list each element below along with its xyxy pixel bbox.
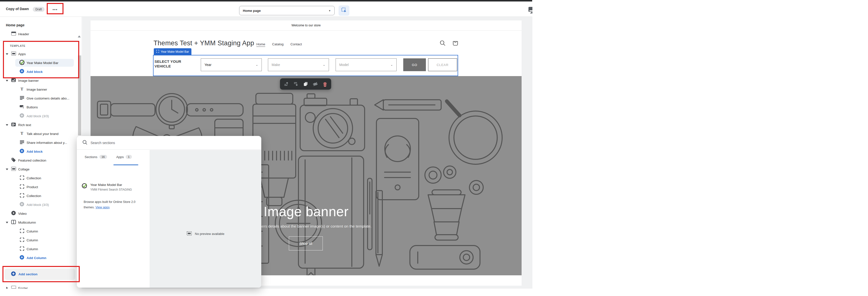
sidebar-section-multicolumn[interactable]: Multicolumn xyxy=(0,218,78,227)
sidebar-item-footer[interactable]: Footer xyxy=(0,284,78,289)
tab-count-badge: 1 xyxy=(126,155,132,159)
make-select[interactable]: Make⌄ xyxy=(268,58,329,71)
expand-chevron[interactable] xyxy=(5,123,9,127)
search-icon[interactable] xyxy=(439,40,446,47)
duplicate-button[interactable] xyxy=(302,80,309,88)
tree-item-label: Header xyxy=(18,32,29,36)
cart-bag-icon[interactable] xyxy=(452,40,459,47)
sidebar-item-header[interactable]: Header xyxy=(0,30,78,38)
vehicle-selector-label: SELECT YOUR VEHICLE xyxy=(155,59,185,68)
hide-eye-off-button[interactable] xyxy=(312,80,319,88)
expand-chevron[interactable] xyxy=(5,52,9,56)
sections-tree: HeaderTEMPLATEAppsYear Make Model BarAdd… xyxy=(0,30,78,262)
sidebar-item-column[interactable]: Column xyxy=(0,236,78,244)
sidebar-item-add-block-3-3: Add block (3/3) xyxy=(0,200,78,209)
no-preview-message: No preview available xyxy=(150,231,261,236)
view-apps-link[interactable]: View apps xyxy=(95,206,110,209)
sidebar-item-buttons[interactable]: Buttons xyxy=(0,103,78,112)
app-list-item[interactable]: Year Make Model Bar YMM Fitment Search S… xyxy=(80,181,147,193)
richtext-icon xyxy=(11,122,16,128)
expand-chevron[interactable] xyxy=(5,167,9,171)
tree-item-label: Apps xyxy=(18,52,26,56)
nav-link-catalog[interactable]: Catalog xyxy=(272,42,284,46)
plus-circle-icon xyxy=(20,69,24,75)
sidebar-item-talk-about-your-brand[interactable]: TTalk about your brand xyxy=(0,129,78,138)
browse-apps-text: Browse apps built for Online Store 2.0 t… xyxy=(84,199,139,210)
add-section-popup: Sections16Apps1 Year Make Model Bar YMM … xyxy=(77,136,261,288)
add-section-button[interactable]: Add section xyxy=(4,268,75,280)
sidebar-item-image-banner[interactable]: TImage banner xyxy=(0,85,78,94)
sidebar-item-share-information-about-y[interactable]: Share information about y... xyxy=(0,138,78,147)
tree-item-label: Collage xyxy=(18,168,30,171)
sidebar-item-add-block[interactable]: Add block xyxy=(0,67,78,76)
text-icon: T xyxy=(20,131,24,137)
video-icon xyxy=(11,211,16,216)
announcement-bar[interactable]: Welcome to our store xyxy=(91,21,522,31)
chevron-down-icon xyxy=(6,52,8,56)
plus-circle-icon xyxy=(11,273,16,277)
tab-label: Sections xyxy=(85,155,97,159)
popup-tab-apps[interactable]: Apps1 xyxy=(114,155,138,165)
status-badge: Draft xyxy=(33,7,44,12)
go-button[interactable]: GO xyxy=(403,58,426,71)
search-sections-input[interactable] xyxy=(91,141,189,145)
sidebar-section-collage[interactable]: Collage xyxy=(0,165,78,174)
sidebar-section-featured-collection[interactable]: Featured collection xyxy=(0,156,78,165)
image-icon xyxy=(11,78,16,84)
model-select[interactable]: Model⌄ xyxy=(336,58,397,71)
ymm-app-section[interactable]: SELECT YOUR VEHICLE Year⌄ Make⌄ Model⌄ G… xyxy=(153,55,458,76)
chevron-right-icon xyxy=(6,286,8,289)
sidebar-item-collection[interactable]: Collection xyxy=(0,174,78,182)
more-actions-button[interactable]: ••• xyxy=(50,6,60,13)
nav-link-contact[interactable]: Contact xyxy=(290,42,302,46)
chevron-down-icon: ⌄ xyxy=(256,63,258,66)
nav-link-home[interactable]: Home xyxy=(256,42,265,46)
inspect-element-tool-button[interactable] xyxy=(339,5,349,16)
sidebar-scrollbar[interactable] xyxy=(78,55,81,136)
sidebar-item-add-block[interactable]: Add block xyxy=(0,147,78,156)
store-name[interactable]: Themes Test + YMM Staging App xyxy=(154,39,254,47)
sidebar-section-rich-text[interactable]: Rich text xyxy=(0,120,78,129)
desktop-preview-icon[interactable] xyxy=(528,6,532,15)
sidebar-item-add-column[interactable]: Add Column xyxy=(0,254,78,262)
sidebar-scroll-up-arrow[interactable] xyxy=(78,34,81,39)
app-block-badge[interactable]: Year Make Model Bar xyxy=(154,48,191,55)
expand-chevron[interactable] xyxy=(5,220,9,225)
move-up-button[interactable] xyxy=(282,80,290,88)
tree-divider xyxy=(0,40,78,41)
sidebar-section-image-banner[interactable]: Image banner xyxy=(0,76,78,85)
sidebar-item-collection[interactable]: Collection xyxy=(0,191,78,200)
move-down-button[interactable] xyxy=(292,80,300,88)
plus-circle-icon xyxy=(20,255,24,261)
sidebar-item-column[interactable]: Column xyxy=(0,244,78,254)
tree-item-label: Video xyxy=(18,212,27,215)
popup-tab-sections[interactable]: Sections16 xyxy=(82,155,114,165)
sidebar-item-year-make-model-bar[interactable]: Year Make Model Bar xyxy=(0,58,78,67)
delete-trash-button[interactable] xyxy=(321,80,329,88)
tree-item-label: Image banner xyxy=(27,88,47,91)
tree-item-label: Buttons xyxy=(27,106,38,109)
editor-top-bar: Copy of Dawn Draft ••• Home page ▼ xyxy=(0,1,532,17)
popup-tabs: Sections16Apps1 xyxy=(82,155,138,165)
year-select[interactable]: Year⌄ xyxy=(201,58,262,71)
chevron-down-icon xyxy=(6,167,8,171)
sidebar-item-product[interactable]: Product xyxy=(0,182,78,191)
sidebar-item-give-customers-details-abo[interactable]: Give customers details abo... xyxy=(0,94,78,103)
tree-item-label: Year Make Model Bar xyxy=(27,61,58,65)
sidebar-section-footer[interactable]: Footer xyxy=(0,284,78,289)
sidebar-item-column[interactable]: Column xyxy=(0,227,78,236)
plus-circle-icon xyxy=(11,271,16,277)
popup-search-bar[interactable] xyxy=(77,136,261,150)
selection-tool-icon xyxy=(341,7,347,14)
shop-all-button[interactable]: Shop all xyxy=(289,236,323,250)
sidebar-section-apps[interactable]: Apps xyxy=(0,50,78,58)
page-selector-value: Home page xyxy=(243,9,261,12)
page-selector-dropdown[interactable]: Home page ▼ xyxy=(239,6,335,15)
theme-name: Copy of Dawn xyxy=(6,7,29,11)
clear-button[interactable]: CLEAR xyxy=(428,58,457,71)
header-icon xyxy=(11,31,16,37)
chevron-down-icon: ⌄ xyxy=(391,63,393,66)
sidebar-section-video[interactable]: Video xyxy=(0,209,78,218)
expand-chevron[interactable] xyxy=(5,286,9,289)
expand-chevron[interactable] xyxy=(5,78,9,83)
